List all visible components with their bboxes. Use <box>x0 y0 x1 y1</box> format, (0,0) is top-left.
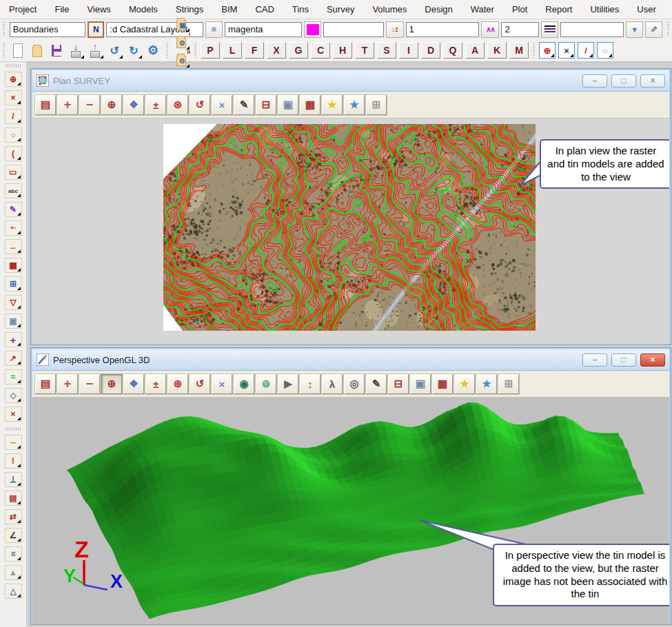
value-1-input[interactable]: 1 <box>406 22 480 37</box>
project-tree-folder-button[interactable]: ▣ <box>172 14 190 32</box>
menu-item[interactable]: Views <box>78 1 119 19</box>
letter-shortcut-button[interactable]: L <box>223 42 242 59</box>
macro-folder-2-button[interactable]: ⚙II <box>172 50 190 68</box>
zoom-in-button[interactable]: + <box>57 95 78 115</box>
menu-item[interactable]: Help <box>665 1 672 19</box>
pane-layout-button[interactable]: ⊞ <box>366 95 387 115</box>
intersection-tool[interactable]: × <box>5 90 22 105</box>
function-input[interactable]: Boundaries <box>10 22 86 37</box>
edit-symbol-tool[interactable]: ✎ <box>5 202 22 217</box>
joystick-button[interactable]: ↕ <box>300 374 320 394</box>
menu-item[interactable]: Design <box>416 1 461 19</box>
section-rail-tool[interactable]: ≡ <box>5 546 22 562</box>
brush-button[interactable]: ✎ <box>234 95 254 115</box>
menu-item[interactable]: BIM <box>212 1 246 19</box>
settings-gear-button[interactable]: ⚙ <box>144 41 162 59</box>
letter-shortcut-button[interactable]: H <box>333 42 352 59</box>
save-button[interactable] <box>48 41 65 59</box>
colour-input[interactable]: magenta <box>225 22 303 37</box>
minimize-button[interactable]: – <box>582 353 607 367</box>
pan-button[interactable]: ❖ <box>123 374 144 394</box>
menu-item[interactable]: CAD <box>246 1 283 19</box>
undo-button[interactable]: ↺ <box>105 41 123 59</box>
menu-item[interactable]: User <box>628 1 664 19</box>
create-text-tool[interactable]: abc <box>5 183 22 198</box>
toolbar-grip[interactable] <box>194 43 197 58</box>
eyedropper-button[interactable]: ✎ <box>645 21 662 38</box>
survey-instrument-tool[interactable]: ⊥ <box>5 472 22 487</box>
cursor-snap-button[interactable]: × <box>558 42 575 59</box>
create-point-tool[interactable]: ⊕ <box>5 72 22 87</box>
create-circle-tool[interactable]: ○ <box>5 127 22 143</box>
zoom-shrink-button[interactable]: ⊛ <box>167 95 188 115</box>
zoom-out-button[interactable]: − <box>79 95 100 115</box>
letter-shortcut-button[interactable]: T <box>355 42 374 59</box>
menu-item[interactable]: File <box>45 1 78 19</box>
mirror-tool[interactable]: ⇄ <box>5 509 22 524</box>
steering-wheel-button[interactable]: ◎ <box>344 374 365 394</box>
raster-image-tool[interactable]: ▣ <box>5 314 22 329</box>
letter-shortcut-button[interactable]: F <box>245 42 264 59</box>
toolbar-grip[interactable] <box>2 22 6 36</box>
circle-snap-button[interactable]: ○ <box>597 42 613 59</box>
value-2-input[interactable]: 2 <box>501 22 539 37</box>
toolbar-grip[interactable] <box>165 43 169 58</box>
favourites-star-button[interactable]: ★ <box>454 374 475 394</box>
colour-swatch-button[interactable] <box>304 21 321 38</box>
letter-shortcut-button[interactable]: G <box>289 42 308 59</box>
line-snap-button[interactable]: / <box>578 42 594 59</box>
camera-walk-button[interactable]: ▶ <box>278 374 298 394</box>
string-colour-tool[interactable]: ≈ <box>5 369 22 384</box>
view-menu-button[interactable]: ▤ <box>35 95 56 115</box>
pane-layout-button[interactable]: ⊞ <box>498 374 519 394</box>
redo-button[interactable]: ↻ <box>125 41 143 59</box>
eye-view-button[interactable]: ◉ <box>234 374 254 394</box>
menu-item[interactable]: Plot <box>503 1 536 19</box>
letter-shortcut-button[interactable]: K <box>487 42 507 59</box>
orbit-button[interactable]: ⊚ <box>256 374 276 394</box>
linestyle-button[interactable] <box>541 21 558 38</box>
close-button[interactable]: × <box>640 353 665 367</box>
close-button[interactable]: × <box>640 74 665 88</box>
polygon-tool[interactable]: ▽ <box>5 295 22 310</box>
menu-item[interactable]: Tins <box>283 1 318 19</box>
freehand-sketch-tool[interactable]: ~ <box>5 435 22 450</box>
translate-point-tool[interactable]: ↗ <box>5 351 22 366</box>
grid-tool[interactable]: ▦ <box>5 258 22 273</box>
zoom-out-button[interactable]: − <box>79 374 100 394</box>
letter-shortcut-button[interactable]: C <box>311 42 330 59</box>
snap-star-button[interactable]: ★ <box>476 374 497 394</box>
macro-folder-1-button[interactable]: ⚙I <box>172 32 190 50</box>
text-box-tool[interactable]: I <box>5 453 22 469</box>
plot-button[interactable]: ⊟ <box>388 374 409 394</box>
angle-tool[interactable]: ∠ <box>5 528 22 543</box>
letter-shortcut-button[interactable]: Q <box>443 42 462 59</box>
toggle-redraw-button[interactable]: × <box>212 95 232 115</box>
brush-button[interactable]: ✎ <box>366 374 387 394</box>
shield-polygon-tool[interactable]: ◇ <box>5 388 22 403</box>
maximize-button[interactable]: □ <box>611 353 636 367</box>
letter-shortcut-button[interactable]: D <box>421 42 440 59</box>
minimize-button[interactable]: – <box>582 74 607 88</box>
letter-shortcut-button[interactable]: P <box>201 42 220 59</box>
create-point-box-tool[interactable]: +▫ <box>5 220 22 236</box>
zoom-in-button[interactable]: + <box>57 374 78 394</box>
export-button[interactable]: ↑ <box>86 41 104 59</box>
menu-item[interactable]: Project <box>0 1 45 19</box>
delete-tool[interactable]: × <box>5 407 22 422</box>
terrain-model-tool[interactable]: ▲ <box>5 565 22 580</box>
tin-select-button[interactable]: ∧∧ <box>481 21 499 38</box>
walk-person-button[interactable]: λ <box>322 374 343 394</box>
menu-item[interactable]: Water <box>462 1 503 19</box>
menu-item[interactable]: Volumes <box>363 1 416 19</box>
plan-window-titlebar[interactable]: Plan SURVEY – □ × <box>32 70 669 92</box>
letter-shortcut-button[interactable]: A <box>465 42 485 59</box>
view-menu-button[interactable]: ▤ <box>35 374 56 394</box>
pan-button[interactable]: ❖ <box>123 95 144 115</box>
zoom-previous-button[interactable]: ↺ <box>190 95 210 115</box>
favourites-star-button[interactable]: ★ <box>322 95 343 115</box>
menu-item[interactable]: Models <box>120 1 167 19</box>
toolbar-grip[interactable] <box>532 43 536 58</box>
height-mode-button[interactable]: ↕z <box>386 21 403 38</box>
zoom-shrink-button[interactable]: ⊛ <box>167 374 188 394</box>
